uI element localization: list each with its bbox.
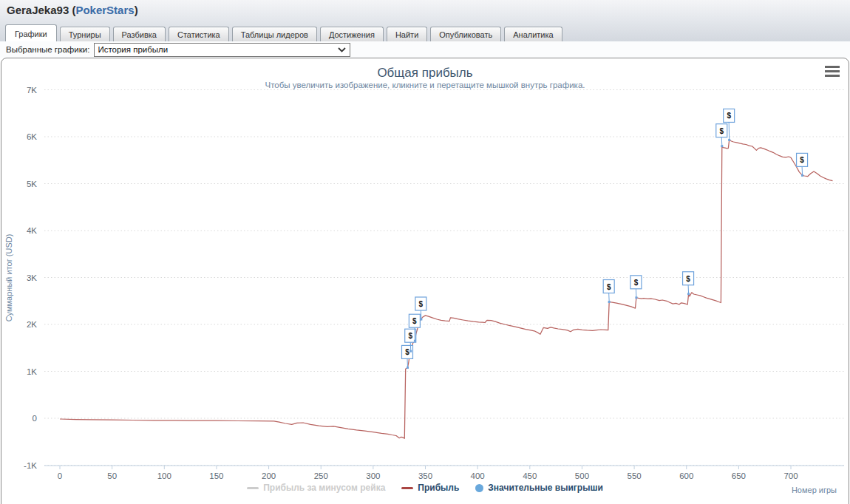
y-axis-label: 0 (33, 414, 37, 423)
y-axis-title: Суммарный итог (USD) (4, 234, 13, 322)
significant-win-flag[interactable]: $ (401, 345, 412, 369)
flag-anchor-dot (801, 174, 803, 177)
x-axis-label: 700 (783, 471, 798, 480)
flag-stem (407, 358, 408, 367)
chart-title: Общая прибыль (377, 66, 472, 80)
x-axis-label: 600 (679, 471, 693, 480)
x-axis-label: 100 (157, 471, 171, 480)
flag-stem (421, 310, 421, 319)
x-axis-label: 400 (471, 471, 485, 480)
tab-analytics[interactable]: Аналитика (504, 27, 562, 41)
legend-item[interactable]: Прибыль (401, 483, 459, 493)
significant-win-flag[interactable]: $ (630, 276, 642, 299)
flag-anchor-dot (687, 293, 690, 295)
significant-win-flag[interactable]: $ (716, 124, 727, 148)
tab-bar: ГрафикиТурнирыРазбивкаСтатистикаТаблицы … (0, 20, 850, 41)
profit-series-line (60, 140, 833, 438)
flag-anchor-dot (414, 340, 416, 342)
flag-anchor-dot (728, 139, 730, 141)
x-axis-label: 350 (418, 471, 432, 480)
legend-label: Прибыль за минусом рейка (263, 483, 385, 493)
flag-anchor-dot (635, 296, 637, 299)
flag-stem (609, 293, 610, 302)
x-axis-label: 450 (523, 471, 537, 480)
x-axis-label: 50 (107, 471, 117, 480)
x-axis-label: 550 (628, 471, 642, 480)
y-axis-label: 5K (27, 180, 37, 188)
flag-symbol: $ (419, 300, 424, 308)
export-menu-icon[interactable] (825, 66, 840, 79)
tab-find[interactable]: Найти (387, 27, 427, 41)
flag-stem (729, 122, 730, 139)
flag-anchor-dot (409, 350, 412, 353)
y-axis-label: 3K (27, 273, 37, 282)
y-axis-label: 1K (27, 367, 37, 376)
legend-line-icon (401, 487, 413, 489)
page-header: GeraJeka93 (PokerStars) (0, 0, 850, 20)
page-title: GeraJeka93 (PokerStars) (7, 4, 138, 16)
legend-circle-icon (475, 484, 483, 492)
flag-stem (688, 285, 689, 293)
flag-symbol: $ (607, 283, 611, 291)
graph-filter-label: Выбранные графики: (6, 45, 89, 54)
x-axis-title: Номер игры (792, 486, 837, 494)
tab-tournaments[interactable]: Турниры (60, 27, 110, 41)
chart-legend: Прибыль за минусом рейкаПрибыльЗначитель… (1, 483, 849, 493)
y-axis-label: 2K (27, 320, 37, 329)
flag-stem (721, 137, 722, 146)
flag-anchor-dot (407, 367, 409, 369)
x-axis-label: 500 (575, 471, 589, 480)
x-axis-label: 250 (314, 471, 328, 480)
tab-leaderboards[interactable]: Таблицы лидеров (232, 27, 317, 41)
flag-symbol: $ (719, 127, 724, 135)
flag-anchor-dot (608, 301, 611, 303)
tab-statistics[interactable]: Статистика (169, 27, 229, 41)
flag-symbol: $ (800, 156, 804, 164)
tab-graphs[interactable]: Графики (5, 24, 57, 41)
x-axis-label: 200 (262, 471, 276, 480)
paren-close: ) (135, 4, 138, 16)
flag-stem (636, 289, 636, 297)
y-axis-label: 7K (27, 86, 37, 95)
y-axis-label: -1K (24, 461, 37, 470)
flag-symbol: $ (686, 275, 690, 283)
significant-win-flag[interactable]: $ (683, 272, 694, 296)
legend-line-icon (247, 487, 259, 489)
flag-symbol: $ (405, 348, 409, 356)
graph-select[interactable]: История прибыли (94, 43, 350, 57)
flag-stem (415, 327, 415, 340)
graph-select-value: История прибыли (98, 45, 168, 54)
x-axis-label: 650 (732, 471, 746, 480)
pokerstars-link[interactable]: PokerStars (75, 4, 134, 16)
flag-anchor-dot (721, 145, 723, 147)
x-axis-label: 300 (366, 471, 380, 480)
flag-stem (802, 166, 803, 174)
significant-win-flag[interactable]: $ (603, 280, 614, 304)
flag-symbol: $ (412, 317, 417, 325)
y-axis-label: 6K (27, 132, 37, 141)
flag-stem (410, 342, 411, 350)
legend-label: Прибыль (418, 483, 459, 493)
player-name: GeraJeka93 (7, 4, 69, 16)
flag-symbol: $ (408, 332, 412, 340)
tab-achievements[interactable]: Достижения (320, 27, 384, 41)
chevron-down-icon (338, 47, 346, 52)
significant-win-flag[interactable]: $ (797, 153, 808, 177)
tab-publish[interactable]: Опубликовать (430, 27, 501, 41)
legend-item[interactable]: Значительные выигрыши (475, 483, 603, 493)
legend-item[interactable]: Прибыль за минусом рейка (247, 483, 385, 493)
chart-container: -1K01K2K3K4K5K6K7K0501001502002503003504… (1, 58, 849, 504)
chart-subtitle: Чтобы увеличить изображение, кликните и … (265, 81, 585, 89)
flag-symbol: $ (727, 112, 731, 120)
graph-filter-row: Выбранные графики: История прибыли (0, 41, 850, 58)
legend-label: Значительные выигрыши (488, 483, 603, 493)
tab-breakdown[interactable]: Разбивка (113, 27, 166, 41)
flag-anchor-dot (420, 319, 422, 321)
y-axis-label: 4K (27, 226, 37, 235)
profit-chart: -1K01K2K3K4K5K6K7K0501001502002503003504… (1, 58, 849, 504)
x-axis-label: 0 (58, 471, 62, 480)
flag-symbol: $ (634, 279, 639, 287)
x-axis-label: 150 (209, 471, 223, 480)
